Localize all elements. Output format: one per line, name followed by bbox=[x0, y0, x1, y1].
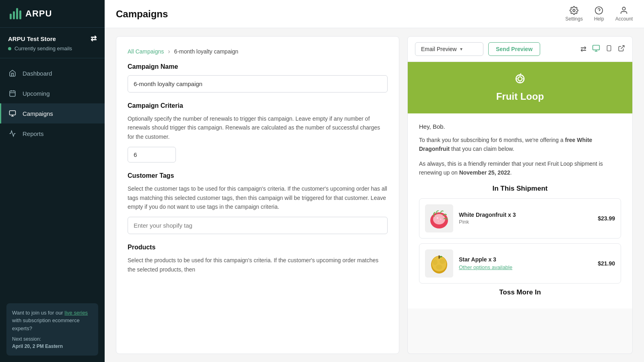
store-name: ARPU Test Store ⇄ bbox=[8, 34, 97, 43]
external-link-icon[interactable] bbox=[618, 45, 625, 54]
svg-point-24 bbox=[437, 217, 438, 219]
email-preview-label: Email Preview bbox=[421, 46, 457, 52]
dragonfruit-svg bbox=[426, 205, 452, 231]
logo-bar-4 bbox=[19, 10, 21, 19]
sidebar-item-label-reports: Reports bbox=[23, 130, 44, 137]
product-sub-dragonfruit: Pink bbox=[459, 219, 592, 225]
calendar-icon bbox=[8, 89, 17, 98]
products-label: Products bbox=[128, 244, 388, 251]
store-status: Currently sending emails bbox=[8, 45, 97, 51]
campaign-criteria-section: Campaign Criteria Optionally specify the… bbox=[128, 102, 388, 162]
svg-rect-9 bbox=[593, 45, 600, 50]
chevron-down-icon: ▾ bbox=[460, 46, 462, 52]
promo-link[interactable]: live series bbox=[64, 310, 88, 316]
svg-line-14 bbox=[621, 45, 624, 49]
product-image-starapple bbox=[425, 249, 453, 278]
product-name-starapple: Star Apple x 3 bbox=[459, 256, 592, 263]
campaign-criteria-label: Campaign Criteria bbox=[128, 102, 388, 109]
sidebar-item-label-upcoming: Upcoming bbox=[23, 90, 50, 97]
svg-point-30 bbox=[440, 259, 445, 264]
svg-point-31 bbox=[436, 265, 442, 269]
svg-point-29 bbox=[433, 259, 438, 265]
session-info: Next session: April 20, 2 PM Eastern bbox=[12, 335, 93, 350]
desktop-icon[interactable] bbox=[592, 44, 600, 54]
other-options-link[interactable]: Other options available bbox=[459, 264, 592, 270]
main-area: Campaigns Settings Help Account All Camp… bbox=[105, 0, 644, 362]
reports-icon bbox=[8, 129, 17, 138]
svg-point-25 bbox=[440, 219, 441, 220]
svg-point-16 bbox=[518, 77, 522, 81]
breadcrumb-separator: › bbox=[168, 48, 170, 55]
send-preview-button[interactable]: Send Preview bbox=[488, 42, 540, 56]
sidebar-item-label-campaigns: Campaigns bbox=[23, 110, 53, 117]
settings-button[interactable]: Settings bbox=[566, 6, 583, 22]
product-card-dragonfruit: White Dragonfruit x 3 Pink $23.99 bbox=[419, 198, 621, 239]
product-card-starapple: Star Apple x 3 Other options available $… bbox=[419, 243, 621, 284]
svg-point-8 bbox=[623, 7, 625, 10]
right-panel: Email Preview ▾ Send Preview ⇄ bbox=[407, 36, 633, 354]
account-label: Account bbox=[615, 16, 633, 22]
top-bar: Campaigns Settings Help Account bbox=[105, 0, 644, 28]
product-info-starapple: Star Apple x 3 Other options available bbox=[459, 256, 592, 270]
campaigns-icon bbox=[8, 109, 17, 118]
sidebar-item-reports[interactable]: Reports bbox=[0, 123, 105, 144]
email-greeting: Hey, Bob. bbox=[419, 123, 621, 130]
left-panel: All Campaigns › 6-month loyalty campaign… bbox=[116, 36, 399, 354]
fruit-loop-logo-icon bbox=[513, 73, 527, 88]
email-brand-name: Fruit Loop bbox=[496, 91, 544, 102]
status-dot bbox=[8, 47, 11, 50]
product-name-dragonfruit: White Dragonfruit x 3 bbox=[459, 212, 592, 218]
svg-rect-4 bbox=[10, 111, 16, 115]
campaign-name-label: Campaign Name bbox=[128, 63, 388, 70]
account-button[interactable]: Account bbox=[615, 6, 633, 22]
sidebar-nav: Dashboard Upcoming Campaigns Reports bbox=[0, 58, 105, 297]
top-bar-actions: Settings Help Account bbox=[566, 6, 633, 22]
sidebar-logo: ARPU bbox=[0, 0, 105, 28]
email-para-1: To thank you for subscribing for 6 month… bbox=[419, 136, 621, 154]
customer-tags-input[interactable] bbox=[128, 217, 388, 234]
preview-view-icons: ⇄ bbox=[580, 44, 625, 54]
house-icon bbox=[8, 69, 17, 78]
product-price-starapple: $21.90 bbox=[598, 260, 615, 267]
products-section: Products Select the products to be used … bbox=[128, 244, 388, 274]
logo-bar-2 bbox=[13, 11, 15, 19]
campaign-name-input[interactable] bbox=[128, 75, 388, 93]
products-desc: Select the products to be used for this … bbox=[128, 256, 388, 274]
swap-icon[interactable]: ⇄ bbox=[91, 34, 97, 43]
email-preview-dropdown[interactable]: Email Preview ▾ bbox=[415, 42, 483, 56]
shipment-title: In This Shipment bbox=[419, 185, 621, 193]
sidebar-item-upcoming[interactable]: Upcoming bbox=[0, 83, 105, 103]
email-body: Hey, Bob. To thank you for subscribing f… bbox=[408, 113, 632, 309]
help-button[interactable]: Help bbox=[594, 6, 604, 22]
campaign-name-section: Campaign Name bbox=[128, 63, 388, 93]
svg-rect-0 bbox=[10, 91, 15, 97]
renewals-input[interactable] bbox=[128, 147, 176, 162]
mobile-icon[interactable] bbox=[606, 44, 612, 54]
app-logo-text: ARPU bbox=[25, 8, 52, 19]
email-para-2: As always, this is a friendly reminder t… bbox=[419, 159, 621, 177]
sidebar-promo: Want to join us for our live series with… bbox=[6, 303, 98, 356]
customer-tags-desc: Select the customer tags to be used for … bbox=[128, 184, 388, 211]
campaign-criteria-desc: Optionally specify the number of renewal… bbox=[128, 114, 388, 141]
email-content: Fruit Loop Hey, Bob. To thank you for su… bbox=[407, 62, 633, 354]
breadcrumb-all-campaigns[interactable]: All Campaigns bbox=[128, 48, 164, 55]
breadcrumb-current: 6-month loyalty campaign bbox=[174, 48, 239, 55]
product-price-dragonfruit: $23.99 bbox=[598, 215, 615, 222]
customer-tags-label: Customer Tags bbox=[128, 172, 388, 179]
sidebar-item-campaigns[interactable]: Campaigns bbox=[0, 103, 105, 123]
content-area: All Campaigns › 6-month loyalty campaign… bbox=[105, 28, 644, 362]
email-header: Fruit Loop bbox=[408, 62, 632, 113]
logo-bar-1 bbox=[10, 14, 12, 19]
logo-bar-3 bbox=[16, 8, 18, 19]
page-title: Campaigns bbox=[116, 8, 168, 20]
sidebar-item-dashboard[interactable]: Dashboard bbox=[0, 63, 105, 83]
help-label: Help bbox=[594, 16, 604, 22]
svg-point-26 bbox=[438, 221, 439, 222]
product-image-dragonfruit bbox=[425, 204, 453, 232]
sidebar-item-label-dashboard: Dashboard bbox=[23, 70, 52, 77]
store-section: ARPU Test Store ⇄ Currently sending emai… bbox=[0, 28, 105, 58]
customer-tags-section: Customer Tags Select the customer tags t… bbox=[128, 172, 388, 234]
breadcrumb: All Campaigns › 6-month loyalty campaign bbox=[128, 48, 388, 55]
logo-icon bbox=[10, 8, 21, 19]
swap-horizontal-icon[interactable]: ⇄ bbox=[580, 45, 586, 53]
